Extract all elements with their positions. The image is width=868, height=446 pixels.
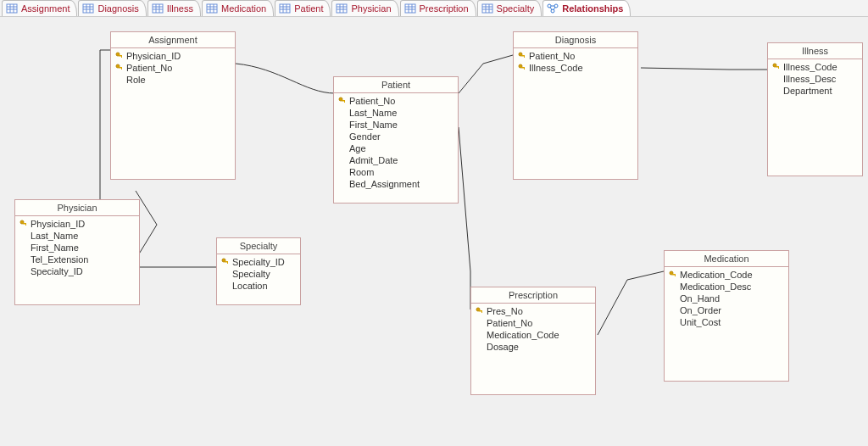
field-row[interactable]: Department: [770, 85, 860, 97]
field-row[interactable]: Physician_ID: [113, 50, 233, 62]
key-slot-empty: [668, 293, 678, 304]
field-name: Pres_No: [487, 305, 523, 317]
field-row[interactable]: On_Hand: [666, 293, 787, 304]
field-row[interactable]: Medication_Code: [666, 269, 787, 281]
field-row[interactable]: Specialty_ID: [17, 265, 137, 277]
field-name: Medication_Code: [680, 269, 753, 281]
tab-medication[interactable]: Medication: [202, 0, 274, 16]
field-row[interactable]: Medication_Desc: [666, 281, 787, 293]
field-name: On_Hand: [680, 293, 720, 304]
entity-patient[interactable]: Patient Patient_No Last_Name First_Name …: [333, 76, 459, 203]
tab-assignment[interactable]: Assignment: [2, 0, 77, 16]
svg-rect-15: [207, 4, 217, 13]
field-row[interactable]: Physician_ID: [17, 218, 137, 230]
tab-illness[interactable]: Illness: [147, 0, 201, 16]
svg-rect-51: [121, 67, 122, 70]
field-row[interactable]: Medication_Code: [473, 329, 593, 341]
field-row[interactable]: Last_Name: [336, 107, 456, 119]
field-row[interactable]: Admit_Date: [336, 154, 456, 166]
key-slot-empty: [337, 167, 348, 177]
entity-fields: Illness_Code Illness_Desc Department: [768, 59, 862, 100]
primary-key-icon: [19, 219, 29, 229]
svg-rect-72: [481, 310, 482, 313]
field-row[interactable]: First_Name: [17, 242, 137, 254]
key-slot-empty: [475, 342, 485, 352]
entity-specialty[interactable]: Specialty Specialty_ID Specialty Locatio…: [216, 237, 301, 305]
entity-header: Patient: [334, 77, 458, 93]
entity-header: Diagnosis: [514, 32, 637, 48]
entity-physician[interactable]: Physician Physician_ID Last_Name First_N…: [14, 199, 140, 305]
entity-diagnosis[interactable]: Diagnosis Patient_No Illness_Code: [513, 31, 638, 180]
table-icon: [82, 3, 94, 14]
entity-medication[interactable]: Medication Medication_Code Medication_De…: [664, 250, 789, 382]
table-icon: [152, 3, 164, 14]
field-row[interactable]: Location: [219, 280, 298, 292]
field-name: Location: [232, 280, 268, 292]
field-name: Specialty_ID: [232, 256, 285, 268]
field-row[interactable]: Tel_Extension: [17, 254, 137, 265]
field-row[interactable]: Patient_No: [473, 317, 593, 329]
key-slot-empty: [668, 305, 678, 315]
tab-bar: Assignment Diagnosis Illness Medication …: [0, 0, 868, 17]
entity-fields: Physician_ID Patient_No Role: [111, 48, 235, 89]
primary-key-icon: [517, 63, 527, 73]
field-name: Room: [349, 166, 374, 178]
field-name: Last_Name: [31, 230, 78, 242]
relationships-icon: [547, 3, 559, 14]
field-row[interactable]: Room: [336, 166, 456, 178]
primary-key-icon: [337, 96, 348, 106]
entity-illness[interactable]: Illness Illness_Code Illness_Desc Depart…: [767, 42, 863, 176]
svg-rect-10: [153, 4, 163, 13]
field-row[interactable]: Unit_Cost: [666, 316, 787, 328]
field-row[interactable]: Patient_No: [113, 62, 233, 74]
field-row[interactable]: Bed_Assignment: [336, 178, 456, 190]
field-name: Physician_ID: [31, 218, 85, 230]
field-row[interactable]: On_Order: [666, 304, 787, 316]
field-row[interactable]: Specialty: [219, 268, 298, 280]
tab-prescription[interactable]: Prescription: [400, 0, 476, 16]
field-row[interactable]: Age: [336, 142, 456, 154]
svg-rect-35: [482, 4, 492, 13]
svg-rect-75: [675, 274, 676, 276]
field-row[interactable]: Pres_No: [473, 305, 593, 317]
tab-label: Illness: [167, 3, 193, 14]
svg-rect-60: [344, 100, 345, 103]
primary-key-icon: [114, 51, 125, 61]
tab-relationships[interactable]: Relationships: [542, 0, 631, 16]
field-row[interactable]: First_Name: [336, 119, 456, 131]
tab-diagnosis[interactable]: Diagnosis: [78, 0, 146, 16]
field-name: Specialty_ID: [31, 265, 83, 277]
field-row[interactable]: Last_Name: [17, 230, 137, 242]
entity-fields: Patient_No Illness_Code: [514, 48, 637, 77]
entity-prescription[interactable]: Prescription Pres_No Patient_No Medicati…: [470, 287, 596, 395]
relationships-canvas[interactable]: Assignment Physician_ID Patient_No Role …: [0, 17, 868, 446]
key-slot-empty: [475, 318, 485, 328]
field-row[interactable]: Specialty_ID: [219, 256, 298, 268]
key-slot-empty: [220, 269, 231, 279]
tab-physician[interactable]: Physician: [331, 0, 398, 16]
tab-specialty[interactable]: Specialty: [477, 0, 542, 16]
field-row[interactable]: Gender: [336, 131, 456, 142]
tab-label: Assignment: [21, 3, 70, 14]
table-icon: [6, 3, 18, 14]
key-slot-empty: [668, 317, 678, 327]
tab-patient[interactable]: Patient: [275, 0, 331, 16]
key-slot-empty: [220, 281, 231, 291]
field-row[interactable]: Role: [113, 74, 233, 86]
field-row[interactable]: Illness_Code: [515, 62, 636, 74]
key-slot-empty: [19, 231, 29, 241]
field-name: Bed_Assignment: [349, 178, 420, 190]
field-name: Tel_Extension: [31, 254, 89, 265]
svg-line-43: [550, 7, 552, 10]
field-row[interactable]: Illness_Desc: [770, 73, 860, 85]
field-row[interactable]: Patient_No: [336, 95, 456, 107]
field-row[interactable]: Dosage: [473, 341, 593, 353]
field-row[interactable]: Illness_Code: [770, 61, 860, 73]
field-name: Age: [349, 142, 366, 154]
field-row[interactable]: Patient_No: [515, 50, 636, 62]
field-name: Department: [783, 85, 832, 97]
field-name: Illness_Code: [529, 62, 583, 74]
field-name: Physician_ID: [126, 50, 181, 62]
entity-assignment[interactable]: Assignment Physician_ID Patient_No Role: [110, 31, 236, 180]
entity-header: Specialty: [217, 238, 300, 254]
